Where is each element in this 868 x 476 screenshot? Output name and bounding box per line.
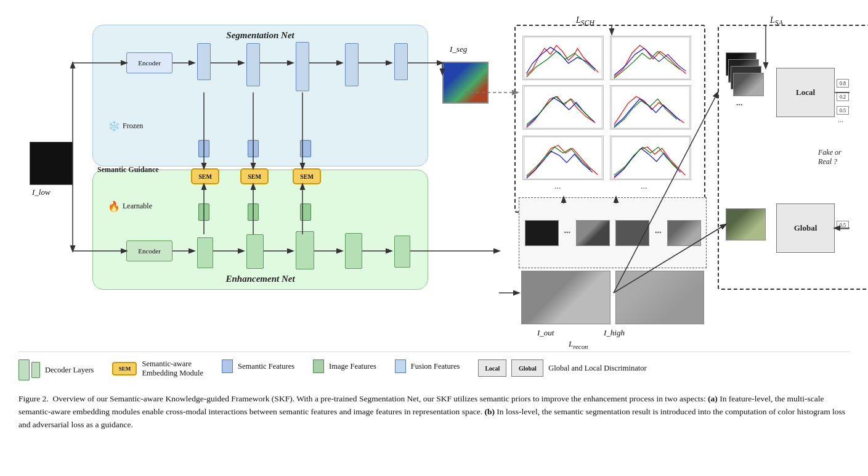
legend-semantic-features-label: Semantic Features — [238, 362, 294, 371]
svg-rect-5 — [612, 137, 689, 179]
hist-5 — [522, 136, 604, 180]
svg-rect-0 — [524, 37, 602, 79]
sem-box-2: SEM — [240, 168, 269, 184]
local-disc-box: Local — [776, 68, 835, 117]
patch-1 — [525, 220, 559, 246]
seg-net-label: Segmentation Net — [226, 30, 294, 41]
hist-4 — [610, 85, 691, 129]
bottom-img-panel — [519, 268, 707, 327]
green-feat-3 — [300, 203, 311, 221]
hist-svg-6 — [610, 136, 691, 179]
i-low-label: I_low — [32, 187, 51, 197]
i-high-label: I_high — [604, 328, 625, 338]
l-recon-label: Lrecon — [569, 339, 588, 350]
score-dots: ··· — [838, 117, 843, 126]
hist-3 — [522, 85, 604, 129]
legend-sem-embedding-label: Semantic-aware Embedding Module — [142, 359, 203, 378]
i-low-image — [30, 142, 73, 185]
frozen-label: ❄️ Frozen — [108, 120, 143, 132]
seg-skip-2 — [246, 43, 260, 86]
enh-feat-3 — [296, 231, 314, 269]
encoder-enh: Encoder — [126, 240, 172, 261]
fake-or-real-label: Fake or Real ? — [818, 148, 850, 166]
local-dots: ··· — [736, 101, 743, 110]
hist-svg-3 — [523, 86, 603, 129]
seg-skip-5 — [394, 43, 408, 80]
encoder-seg: Encoder — [126, 52, 172, 73]
legend-disc-label: Global and Local Discriminator — [548, 364, 646, 373]
i-seg-label: I_seg — [450, 44, 467, 54]
enh-feat-5 — [394, 236, 410, 268]
legend-global-box: Global — [511, 359, 543, 377]
caption-bold-b: (b) — [484, 407, 495, 416]
green-feat-1 — [198, 203, 209, 221]
caption: Figure 2. Overview of our Semantic-aware… — [18, 393, 850, 432]
enh-net-label: Enhancement Net — [225, 274, 294, 284]
global-input — [726, 208, 766, 240]
hist-6 — [610, 136, 691, 180]
hist-2 — [610, 36, 691, 80]
sem-box-1: SEM — [191, 168, 219, 184]
hist-svg-2 — [610, 36, 691, 80]
score-badge-2: 0.2 — [837, 92, 849, 101]
hist-dots-left: ··· — [554, 184, 561, 194]
legend-discriminator: Local Global Global and Local Discrimina… — [478, 359, 646, 377]
hist-svg-1 — [523, 36, 603, 80]
hist-svg-4 — [610, 86, 691, 129]
i-out-image — [521, 271, 610, 324]
i-seg-image — [442, 62, 489, 104]
decoder-layers-label: Decoder Layers — [45, 366, 94, 375]
semantic-guidance-label: Semantic Guidance — [97, 165, 159, 174]
learnable-label: 🔥 Learnable — [108, 200, 152, 212]
caption-text: Figure 2. Overview of our Semantic-aware… — [18, 394, 845, 429]
local-input-4 — [733, 73, 764, 96]
legend-local-box: Local — [478, 359, 506, 377]
lsch-label: LSCH — [576, 15, 594, 27]
legend-image-features: Image Features — [313, 359, 376, 373]
legend-image-cube — [313, 359, 324, 373]
legend-sem-shape: SEM — [112, 362, 137, 375]
blue-feat-1 — [198, 140, 209, 157]
hist-svg-5 — [523, 136, 603, 179]
score-badge-1: 0.8 — [837, 79, 849, 88]
legend-fusion-cube — [395, 359, 406, 373]
patch-4 — [667, 220, 701, 246]
score-badge-3: 0.5 — [837, 106, 849, 115]
patch-3 — [615, 220, 649, 246]
blue-feat-3 — [300, 140, 311, 157]
enh-feat-2 — [246, 234, 264, 269]
legend-sem: SEM Semantic-aware Embedding Module — [112, 359, 203, 378]
enh-feat-4 — [345, 233, 362, 269]
seg-net-box: Segmentation Net — [92, 25, 428, 166]
green-feat-2 — [248, 203, 259, 221]
legend-area: Decoder Layers SEM Semantic-aware Embedd… — [18, 351, 850, 387]
seg-skip-4 — [345, 43, 359, 86]
sem-box-3: SEM — [293, 168, 321, 184]
legend-fusion-features-label: Fusion Features — [411, 362, 460, 371]
score-badge-global: 0.5 — [837, 221, 849, 229]
diagram-area: Segmentation Net Enhancement Net Semanti… — [18, 12, 850, 345]
caption-bold-a: (a) — [708, 394, 718, 403]
enh-feat-1 — [197, 237, 213, 268]
lsa-label: LSA — [770, 15, 783, 27]
hist-dots-right: ··· — [641, 184, 647, 194]
seg-skip-3 — [296, 42, 309, 91]
legend-semantic-cube — [222, 359, 233, 373]
enh-net-box: Enhancement Net — [92, 170, 428, 290]
patch-2 — [576, 220, 610, 246]
legend-semantic-features: Semantic Features — [222, 359, 294, 373]
svg-rect-4 — [524, 137, 602, 179]
patch-panel: ··· ··· — [519, 197, 707, 268]
svg-rect-2 — [524, 86, 602, 128]
hist-1 — [522, 36, 604, 80]
legend-decoder-layers: Decoder Layers — [18, 359, 94, 380]
svg-rect-1 — [612, 37, 689, 79]
main-container: Segmentation Net Enhancement Net Semanti… — [0, 0, 868, 444]
global-disc-box: Global — [776, 203, 835, 253]
blue-feat-2 — [248, 140, 259, 157]
legend-image-features-label: Image Features — [329, 362, 376, 371]
i-high-image — [615, 271, 705, 324]
seg-skip-1 — [197, 43, 211, 80]
i-out-label: I_out — [537, 328, 554, 338]
legend-fusion-features: Fusion Features — [395, 359, 460, 373]
